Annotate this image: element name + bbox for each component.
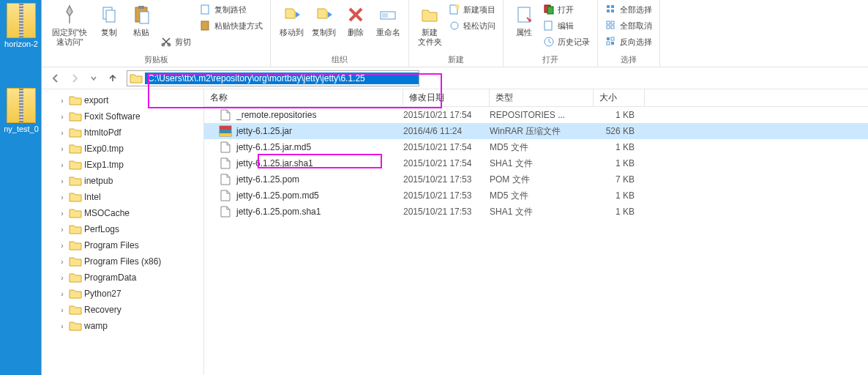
col-name[interactable]: 名称 [204, 89, 403, 106]
file-row[interactable]: jetty-6.1.25.jar.md52015/10/21 17:54MD5 … [204, 139, 868, 155]
file-row[interactable]: jetty-6.1.25.jar.sha12015/10/21 17:54SHA… [204, 155, 868, 171]
desktop-zip-icon-1[interactable]: horizon-2 [3, 3, 40, 48]
tree-item[interactable]: ›htmltoPdf [42, 125, 203, 141]
properties-button[interactable]: 属性 [508, 1, 540, 39]
paste-shortcut-button[interactable]: 粘贴快捷方式 [197, 18, 266, 34]
invert-selection-button[interactable]: 反向选择 [602, 34, 655, 50]
copy-path-icon [200, 4, 212, 15]
folder-icon [69, 320, 82, 332]
file-row[interactable]: jetty-6.1.25.jar2016/4/6 11:24WinRAR 压缩文… [204, 123, 868, 139]
expand-icon[interactable]: › [58, 161, 67, 169]
tree-item-label: export [84, 95, 108, 105]
tree-item[interactable]: ›MSOCache [42, 205, 203, 221]
file-row[interactable]: jetty-6.1.25.pom.md52015/10/21 17:53MD5 … [204, 188, 868, 204]
col-date[interactable]: 修改日期 [403, 89, 490, 106]
file-type: MD5 文件 [490, 190, 594, 202]
forward-button[interactable] [67, 70, 83, 86]
tree-item[interactable]: ›Python27 [42, 286, 203, 302]
tree-item[interactable]: ›Recovery [42, 302, 203, 318]
file-row[interactable]: jetty-6.1.25.pom2015/10/21 17:53POM 文件7 … [204, 171, 868, 188]
col-type[interactable]: 类型 [490, 89, 594, 106]
invert-icon [605, 36, 617, 48]
tree-item[interactable]: ›IExp1.tmp [42, 157, 203, 173]
copy-button[interactable]: 复制 [93, 1, 125, 39]
file-name: jetty-6.1.25.pom.md5 [236, 190, 403, 201]
file-type: MD5 文件 [490, 141, 594, 154]
expand-icon[interactable]: › [58, 290, 67, 298]
file-date: 2015/10/21 17:54 [403, 110, 490, 120]
expand-icon[interactable]: › [58, 306, 67, 314]
file-date: 2015/10/21 17:54 [403, 142, 490, 152]
select-all-button[interactable]: 全部选择 [602, 1, 655, 18]
cut-button[interactable]: 剪切 [157, 34, 194, 50]
copy-to-button[interactable]: 复制到 [307, 1, 340, 39]
ribbon: 固定到"快速访问" 复制 粘贴 [42, 0, 868, 67]
expand-icon[interactable]: › [58, 258, 67, 266]
desktop-icon-label: horizon-2 [3, 40, 40, 48]
move-to-button[interactable]: 移动到 [275, 1, 307, 39]
tree-item[interactable]: ›PerfLogs [42, 221, 203, 237]
rename-button[interactable]: 重命名 [372, 1, 404, 39]
expand-icon[interactable]: › [58, 226, 67, 234]
column-headers: 名称 修改日期 类型 大小 [204, 89, 868, 107]
easy-access-button[interactable]: 轻松访问 [446, 18, 498, 34]
file-row[interactable]: jetty-6.1.25.pom.sha12015/10/21 17:53SHA… [204, 204, 868, 220]
file-list[interactable]: _remote.repositories2015/10/21 17:54REPO… [204, 107, 868, 375]
desktop-zip-icon-2[interactable]: ny_test_0 [3, 88, 40, 133]
folder-icon [69, 159, 82, 171]
up-button[interactable] [105, 70, 121, 86]
expand-icon[interactable]: › [58, 145, 67, 153]
svg-rect-30 [607, 42, 610, 45]
folder-icon [130, 73, 143, 84]
tree-item[interactable]: ›inetpub [42, 173, 203, 189]
tree-item[interactable]: ›Program Files (x86) [42, 253, 203, 270]
folder-icon [69, 175, 82, 187]
paste-button[interactable]: 粘贴 [125, 1, 157, 39]
new-item-button[interactable]: 新建项目 [446, 1, 498, 18]
expand-icon[interactable]: › [58, 97, 67, 105]
tree-item[interactable]: ›export [42, 92, 203, 108]
expand-icon[interactable]: › [58, 322, 67, 330]
edit-button[interactable]: 编辑 [540, 18, 593, 34]
recent-button[interactable] [86, 70, 102, 86]
tree-item[interactable]: ›wamp [42, 318, 203, 334]
delete-button[interactable]: 删除 [340, 1, 372, 39]
address-input[interactable]: C:\Users\ttx\.m2\repository\org\mortbay\… [127, 70, 419, 86]
new-folder-button[interactable]: 新建 文件夹 [414, 1, 446, 48]
open-button[interactable]: 打开 [540, 1, 593, 18]
tree-item[interactable]: ›Program Files [42, 237, 203, 253]
svg-rect-7 [201, 5, 209, 14]
svg-rect-8 [201, 21, 209, 30]
history-button[interactable]: 历史记录 [540, 34, 593, 50]
file-size: 7 KB [594, 174, 635, 185]
file-type: WinRAR 压缩文件 [490, 125, 594, 138]
tree-item[interactable]: ›ProgramData [42, 270, 203, 286]
svg-rect-25 [611, 21, 614, 24]
expand-icon[interactable]: › [58, 274, 67, 282]
col-size[interactable]: 大小 [594, 89, 645, 106]
file-name: jetty-6.1.25.pom [236, 174, 403, 185]
scissors-icon [160, 36, 172, 48]
svg-rect-4 [140, 12, 149, 23]
expand-icon[interactable]: › [58, 242, 67, 250]
file-size: 526 KB [594, 126, 635, 136]
select-none-button[interactable]: 全部取消 [602, 18, 655, 34]
delete-icon [344, 3, 367, 26]
back-button[interactable] [48, 70, 64, 86]
file-date: 2016/4/6 11:24 [403, 126, 490, 136]
expand-icon[interactable]: › [58, 129, 67, 137]
tree-item-label: Program Files (x86) [84, 256, 161, 267]
expand-icon[interactable]: › [58, 193, 67, 201]
tree-item[interactable]: ›Foxit Software [42, 108, 203, 125]
folder-tree[interactable]: ›export›Foxit Software›htmltoPdf›IExp0.t… [42, 89, 204, 375]
expand-icon[interactable]: › [58, 113, 67, 121]
tree-item[interactable]: ›IExp0.tmp [42, 141, 203, 157]
tree-item[interactable]: ›Intel [42, 189, 203, 205]
folder-icon [69, 288, 82, 300]
file-row[interactable]: _remote.repositories2015/10/21 17:54REPO… [204, 107, 868, 123]
copy-path-button[interactable]: 复制路径 [197, 1, 266, 18]
pin-quickaccess-button[interactable]: 固定到"快速访问" [46, 1, 93, 48]
ribbon-group-label: 选择 [602, 54, 655, 67]
expand-icon[interactable]: › [58, 177, 67, 185]
expand-icon[interactable]: › [58, 209, 67, 218]
